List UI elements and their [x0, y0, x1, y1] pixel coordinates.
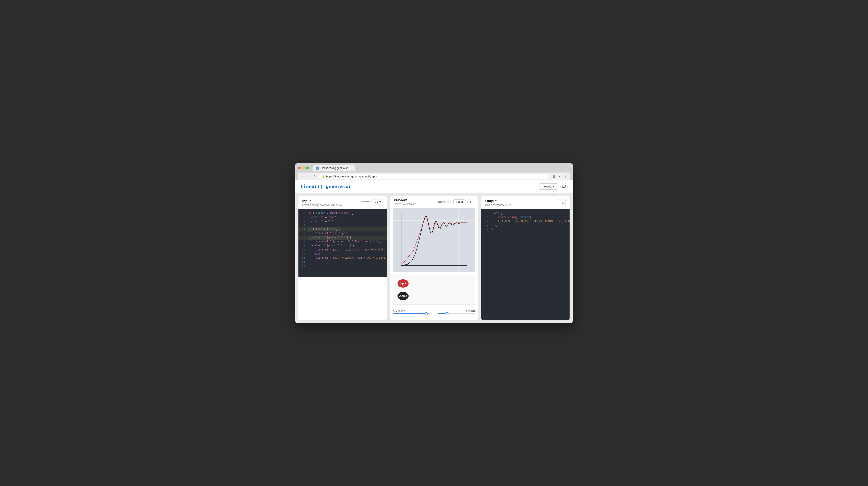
input-panel-subtitle: Provide easing as JavaScript or SVG [302, 204, 344, 207]
output-code-line-3: 3 0, 0.063, 0.25 18.2%, 1 36.4%, 0.813, … [482, 219, 569, 223]
play-pause-button[interactable]: ⏸ [467, 199, 474, 205]
profile-button[interactable]: ● [557, 174, 562, 179]
minimize-button[interactable] [302, 166, 305, 169]
output-code-line-1: 1 :root { [482, 211, 569, 215]
preview-animation: Input Output [393, 275, 475, 305]
preview-title-area: Preview Here's how it looks: [394, 199, 416, 206]
forward-button[interactable]: → [306, 174, 311, 179]
copy-button[interactable] [559, 199, 566, 206]
line-number: 8 [299, 240, 305, 244]
input-panel-actions: FORMAT JS ▾ [361, 199, 382, 204]
line-number: 4 [482, 224, 488, 227]
line-number: 4 [299, 223, 305, 227]
line-number: 11 [299, 252, 305, 256]
line-number: 3 [482, 220, 488, 223]
line-number: 12 [299, 256, 305, 260]
traffic-lights [298, 166, 309, 169]
browser-window: L Linear easing generator ✕ + ⋯ ← → ↻ 🔒 … [295, 163, 573, 323]
more-button[interactable]: ⋮ [562, 174, 568, 179]
github-button[interactable] [560, 183, 568, 190]
code-line-4: 4 [299, 223, 386, 227]
app-content: linear() generator Presets ▾ Inp [295, 180, 573, 323]
code-line-6: 6 return n1 * pos * pos; [299, 232, 386, 236]
tab-favicon: L [316, 166, 319, 170]
simplify-label: SIMPLIFY [393, 310, 430, 312]
browser-nav-actions: ⊞ ● ⋮ [552, 174, 568, 179]
preview-panel-header: Preview Here's how it looks: DURATION 1,… [390, 196, 478, 208]
line-number: 14 [299, 264, 305, 268]
tab-close-icon[interactable]: ✕ [349, 167, 351, 169]
code-line-1: 1 self.bounce = function(pos) { [299, 211, 386, 215]
code-line-5: 5 if (pos < 1 / d1) { [299, 227, 386, 232]
output-panel-subtitle: Some shiny new CSS! [485, 204, 510, 207]
tab-bar: L Linear easing generator ✕ + [313, 165, 360, 171]
secure-icon: 🔒 [322, 175, 325, 178]
line-number: 10 [299, 248, 305, 252]
code-line-3: 3 const d1 = 2.75; [299, 219, 386, 223]
maximize-button[interactable] [306, 166, 309, 169]
input-ball[interactable]: Input [398, 279, 409, 287]
input-panel: Input Provide easing as JavaScript or SV… [298, 196, 387, 320]
app-logo: linear() generator [300, 184, 351, 189]
output-panel: Output Some shiny new CSS! [481, 196, 570, 320]
code-editor[interactable]: 1 self.bounce = function(pos) { 2 const … [299, 209, 386, 277]
back-button[interactable]: ← [300, 174, 305, 179]
simplify-slider-group: SIMPLIFY [393, 310, 430, 314]
format-chevron-icon: ▾ [379, 200, 381, 203]
browser-titlebar: L Linear easing generator ✕ + ⋯ [298, 165, 570, 171]
browser-chrome: L Linear easing generator ✕ + ⋯ ← → ↻ 🔒 … [295, 163, 573, 180]
output-code-line-2: 2 --bounce-easing: linear( [482, 215, 569, 219]
output-panel-title: Output [485, 199, 510, 203]
sliders-row: SIMPLIFY ROUND [390, 308, 478, 316]
code-line-9: 9 } else if (pos < 2.5 / d1) { [299, 244, 386, 248]
round-thumb[interactable] [445, 312, 448, 315]
input-ball-label: Input [400, 282, 406, 285]
format-value: JS [375, 200, 378, 203]
round-fill [438, 313, 446, 314]
round-track[interactable] [438, 313, 475, 314]
line-number: 3 [299, 220, 305, 223]
simplify-track[interactable] [393, 313, 430, 314]
line-number: 2 [299, 216, 305, 219]
presets-button[interactable]: Presets ▾ [539, 183, 558, 190]
duration-label: DURATION [438, 201, 451, 203]
code-line-12: 12 return n1 * (pos -= 2.625 / d1) * pos… [299, 256, 386, 260]
output-title-area: Output Some shiny new CSS! [485, 199, 510, 207]
line-number: 2 [482, 216, 488, 219]
extensions-button[interactable]: ⊞ [552, 174, 557, 179]
new-tab-button[interactable]: + [355, 166, 360, 171]
code-line-14: 14 } [299, 264, 386, 268]
line-number: 13 [299, 260, 305, 264]
duration-area: DURATION 1,333 ⏸ [438, 199, 474, 205]
chart-area [393, 208, 475, 272]
refresh-button[interactable]: ↻ [313, 174, 317, 179]
line-number: 5 [299, 227, 305, 232]
output-code-line-4: 4 ); [482, 223, 569, 227]
presets-chevron-icon: ▾ [553, 185, 555, 188]
line-number: 1 [482, 212, 488, 215]
close-button[interactable] [298, 166, 301, 169]
line-number: 9 [299, 244, 305, 248]
format-select[interactable]: JS ▾ [373, 199, 382, 204]
address-bar[interactable]: 🔒 https://linear-easing-generator.netlif… [319, 174, 550, 179]
code-line-7: 7 } else if (pos < 2 / d1) { [299, 236, 386, 240]
code-line-11: 11 } else { [299, 252, 386, 256]
duration-input[interactable]: 1,333 [454, 200, 465, 204]
code-line-10: 10 return n1 * (pos -= 2.25 / d1) * pos … [299, 248, 386, 252]
preview-panel-subtitle: Here's how it looks: [394, 203, 416, 206]
easing-chart-svg [393, 208, 475, 272]
svg-rect-2 [562, 202, 564, 204]
code-line-2: 2 const n1 = 7.5625; [299, 215, 386, 219]
output-curve [401, 216, 467, 266]
line-number: 1 [299, 212, 305, 215]
output-ball-label: Output [399, 295, 407, 298]
line-number: 6 [299, 232, 305, 236]
preview-panel: Preview Here's how it looks: DURATION 1,… [390, 196, 478, 320]
active-tab[interactable]: L Linear easing generator ✕ [313, 165, 354, 171]
round-label: ROUND [438, 310, 475, 312]
simplify-thumb[interactable] [425, 312, 428, 315]
output-ball[interactable]: Output [398, 292, 409, 300]
simplify-fill [393, 313, 427, 314]
copy-icon [561, 201, 564, 205]
play-pause-icon: ⏸ [469, 201, 472, 204]
